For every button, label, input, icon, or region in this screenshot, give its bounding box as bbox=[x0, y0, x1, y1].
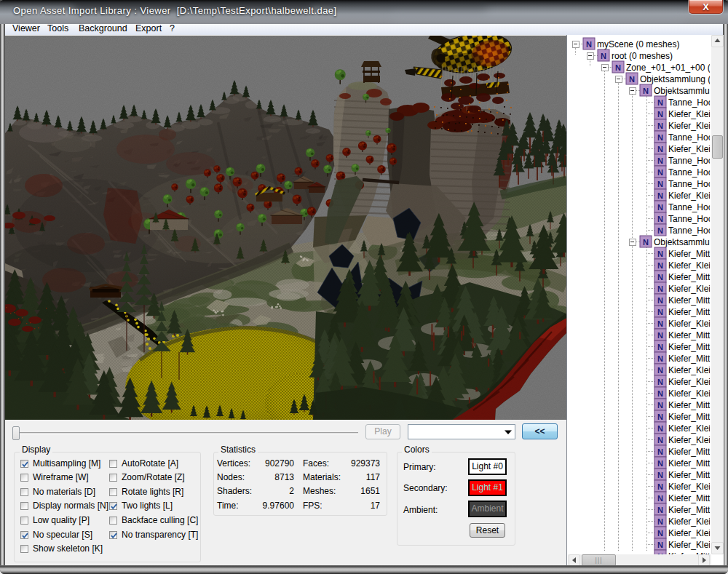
svg-text:Kiefer_Klein: Kiefer_Klein bbox=[668, 435, 710, 445]
svg-text:N: N bbox=[601, 52, 606, 60]
svg-text:N: N bbox=[657, 343, 663, 351]
svg-text:N: N bbox=[643, 238, 649, 247]
svg-text:Kiefer_Mittel: Kiefer_Mittel bbox=[668, 330, 710, 340]
svg-text:Kiefer_Mittel: Kiefer_Mittel bbox=[668, 342, 710, 352]
svg-text:Kiefer_Klein: Kiefer_Klein bbox=[668, 284, 710, 294]
svg-text:N: N bbox=[586, 40, 592, 49]
svg-text:N: N bbox=[657, 389, 663, 398]
svg-text:N: N bbox=[657, 366, 663, 375]
svg-text:N: N bbox=[657, 471, 663, 479]
svg-text:N: N bbox=[657, 121, 663, 130]
svg-text:N: N bbox=[657, 319, 663, 328]
svg-text:Objektsammlung (0 m: Objektsammlung (0 m bbox=[640, 74, 710, 84]
svg-text:N: N bbox=[657, 401, 663, 410]
svg-text:N: N bbox=[657, 354, 663, 363]
svg-text:myScene (0 meshes): myScene (0 meshes) bbox=[597, 39, 679, 49]
svg-text:N: N bbox=[657, 191, 663, 200]
svg-text:Tanne_Hoch: Tanne_Hoch bbox=[668, 97, 710, 108]
svg-text:Kiefer_Mittel: Kiefer_Mittel bbox=[668, 447, 710, 457]
svg-text:N: N bbox=[657, 331, 663, 340]
svg-text:N: N bbox=[657, 459, 663, 468]
svg-text:Kiefer_Klein: Kiefer_Klein bbox=[668, 482, 710, 492]
svg-text:N: N bbox=[657, 424, 663, 433]
svg-text:N: N bbox=[657, 436, 663, 445]
svg-text:N: N bbox=[657, 494, 663, 503]
svg-text:N: N bbox=[657, 250, 663, 258]
svg-text:Kiefer_Klein: Kiefer_Klein bbox=[668, 528, 710, 538]
svg-text:N: N bbox=[657, 145, 663, 154]
svg-text:N: N bbox=[657, 529, 663, 538]
svg-text:Kiefer_Mittel: Kiefer_Mittel bbox=[668, 295, 710, 306]
svg-text:Kiefer_Klein: Kiefer_Klein bbox=[668, 377, 710, 387]
svg-text:Tanne_Hoch: Tanne_Hoch bbox=[668, 132, 710, 143]
svg-text:N: N bbox=[657, 296, 663, 305]
svg-text:N: N bbox=[657, 378, 663, 386]
svg-text:Tanne_Hoch: Tanne_Hoch bbox=[668, 202, 710, 212]
svg-text:Kiefer_Klein: Kiefer_Klein bbox=[668, 365, 710, 375]
svg-text:Kiefer_Klein: Kiefer_Klein bbox=[668, 121, 710, 131]
svg-text:N: N bbox=[657, 284, 663, 293]
svg-text:Kiefer_Klein: Kiefer_Klein bbox=[668, 144, 710, 154]
svg-text:N: N bbox=[657, 168, 663, 177]
svg-text:Kiefer_Klein: Kiefer_Klein bbox=[668, 319, 710, 329]
svg-text:N: N bbox=[657, 506, 663, 514]
svg-text:Zone_+01_+01_+00 (0 m: Zone_+01_+01_+00 (0 m bbox=[626, 63, 710, 73]
svg-text:N: N bbox=[657, 261, 663, 270]
svg-text:N: N bbox=[657, 517, 663, 526]
svg-text:Kiefer_Mittel: Kiefer_Mittel bbox=[668, 400, 710, 410]
svg-text:N: N bbox=[657, 203, 663, 212]
svg-text:root (0 meshes): root (0 meshes) bbox=[612, 51, 673, 61]
svg-text:Kiefer_Klein: Kiefer_Klein bbox=[668, 517, 710, 527]
svg-text:N: N bbox=[643, 87, 649, 95]
svg-text:Kiefer_Mittel: Kiefer_Mittel bbox=[668, 354, 710, 364]
svg-text:Kiefer_Mittel: Kiefer_Mittel bbox=[668, 249, 710, 259]
svg-text:Tanne_Hoch: Tanne_Hoch bbox=[668, 156, 710, 166]
svg-text:N: N bbox=[615, 63, 621, 72]
svg-text:N: N bbox=[657, 110, 663, 119]
svg-text:Kiefer_Klein: Kiefer_Klein bbox=[668, 109, 710, 119]
svg-text:N: N bbox=[657, 215, 663, 223]
svg-text:Kiefer_Mittel: Kiefer_Mittel bbox=[668, 458, 710, 469]
svg-text:N: N bbox=[657, 133, 663, 142]
svg-text:N: N bbox=[657, 482, 663, 491]
svg-text:Tanne_Hoch: Tanne_Hoch bbox=[668, 226, 710, 236]
svg-text:Kiefer_Mittel: Kiefer_Mittel bbox=[668, 470, 710, 480]
svg-text:N: N bbox=[629, 75, 635, 84]
svg-text:N: N bbox=[657, 412, 663, 421]
svg-text:Kiefer_Klein: Kiefer_Klein bbox=[668, 423, 710, 434]
svg-text:Objektsammlung (0: Objektsammlung (0 bbox=[654, 86, 710, 96]
svg-text:Kiefer_Mittel: Kiefer_Mittel bbox=[668, 493, 710, 503]
svg-text:Kiefer_Mittel: Kiefer_Mittel bbox=[668, 307, 710, 317]
svg-text:Kiefer_Mittel: Kiefer_Mittel bbox=[668, 272, 710, 282]
svg-text:N: N bbox=[657, 273, 663, 282]
svg-text:N: N bbox=[657, 98, 663, 107]
svg-text:Kiefer_Klein: Kiefer_Klein bbox=[668, 191, 710, 201]
svg-text:Kiefer_Klein: Kiefer_Klein bbox=[668, 388, 710, 399]
svg-text:N: N bbox=[657, 180, 663, 188]
svg-text:N: N bbox=[657, 226, 663, 235]
svg-text:Tanne_Hoch: Tanne_Hoch bbox=[668, 179, 710, 189]
svg-text:Kiefer_Klein: Kiefer_Klein bbox=[668, 540, 710, 550]
svg-text:N: N bbox=[657, 156, 663, 165]
svg-text:Kiefer_Klein: Kiefer_Klein bbox=[668, 260, 710, 271]
svg-text:Tanne_Hoch: Tanne_Hoch bbox=[668, 167, 710, 178]
svg-text:Objektsammlung (0: Objektsammlung (0 bbox=[654, 237, 710, 247]
svg-text:Kiefer_Mittel: Kiefer_Mittel bbox=[668, 505, 710, 515]
svg-text:N: N bbox=[657, 541, 663, 549]
svg-text:N: N bbox=[657, 308, 663, 316]
svg-text:Tanne_Hoch: Tanne_Hoch bbox=[668, 214, 710, 224]
svg-text:N: N bbox=[657, 447, 663, 456]
svg-text:Kiefer_Mittel: Kiefer_Mittel bbox=[668, 412, 710, 422]
